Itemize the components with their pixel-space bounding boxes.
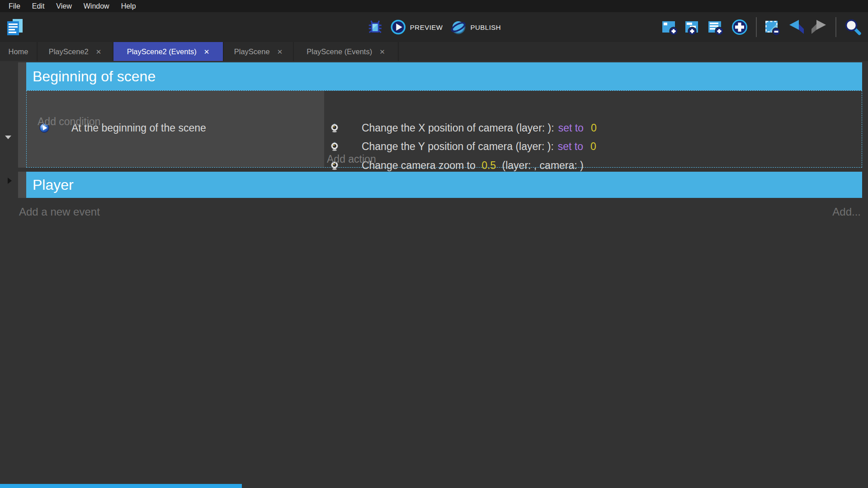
redo-icon bbox=[810, 18, 828, 36]
add-new-event-label: Add a new event bbox=[19, 206, 100, 218]
close-icon[interactable]: ✕ bbox=[379, 48, 385, 55]
search-button[interactable] bbox=[844, 18, 862, 36]
tab-label: Home bbox=[8, 47, 28, 56]
debug-button[interactable] bbox=[367, 19, 383, 35]
search-icon bbox=[844, 18, 862, 36]
tab-playscene2-events[interactable]: PlayScene2 (Events) ✕ bbox=[113, 42, 224, 61]
menu-window[interactable]: Window bbox=[78, 2, 115, 10]
tab-playscene2[interactable]: PlayScene2 ✕ bbox=[38, 42, 113, 61]
event-group-header[interactable]: Player bbox=[26, 172, 862, 198]
collapse-arrow-icon[interactable] bbox=[5, 136, 11, 139]
event-group-title: Player bbox=[33, 177, 74, 193]
project-manager-icon bbox=[5, 18, 24, 37]
menu-bar: File Edit View Window Help bbox=[0, 0, 868, 12]
preview-play-icon bbox=[391, 19, 406, 35]
add-more-label: Add... bbox=[832, 206, 861, 218]
action-text: (layer: , camera: ) bbox=[499, 159, 584, 172]
tab-label: PlayScene (Events) bbox=[307, 47, 372, 56]
selected-event[interactable]: At the beginning of the scene Add condit… bbox=[26, 90, 862, 168]
expand-arrow-icon[interactable] bbox=[8, 178, 12, 184]
undo-button[interactable] bbox=[787, 18, 805, 36]
add-comment-icon bbox=[708, 18, 726, 36]
event-gutter bbox=[18, 172, 26, 198]
close-icon[interactable]: ✕ bbox=[204, 48, 210, 55]
event-group-title: Beginning of scene bbox=[33, 68, 156, 85]
tab-playscene-events[interactable]: PlayScene (Events) ✕ bbox=[294, 42, 399, 61]
add-new-event-button[interactable]: Add a new event bbox=[19, 206, 100, 218]
close-icon[interactable]: ✕ bbox=[277, 48, 283, 55]
add-event-button[interactable] bbox=[661, 18, 679, 36]
debug-bug-icon bbox=[367, 19, 383, 35]
action-value: 0.5 bbox=[481, 159, 496, 172]
menu-help[interactable]: Help bbox=[115, 2, 142, 10]
menu-edit[interactable]: Edit bbox=[26, 2, 51, 10]
action-value: 0 bbox=[590, 140, 596, 153]
add-subevent-icon bbox=[684, 18, 703, 36]
gdevelop-window: File Edit View Window Help bbox=[0, 0, 868, 488]
event-group-header[interactable]: Beginning of scene bbox=[26, 62, 862, 90]
add-condition-label: Add condition bbox=[38, 115, 100, 128]
toolbar-center-group: PREVIEW PUBLISH bbox=[367, 12, 501, 42]
tab-playscene[interactable]: PlayScene ✕ bbox=[224, 42, 294, 61]
add-circle-icon bbox=[731, 18, 749, 36]
add-comment-button[interactable] bbox=[708, 18, 726, 36]
delete-selection-button[interactable] bbox=[764, 18, 782, 36]
tab-label: PlayScene2 (Events) bbox=[127, 47, 197, 56]
project-manager-button[interactable] bbox=[5, 18, 24, 37]
menu-file[interactable]: File bbox=[3, 2, 26, 10]
publish-label: PUBLISH bbox=[470, 23, 501, 31]
redo-button[interactable] bbox=[810, 18, 828, 36]
main-toolbar: PREVIEW PUBLISH bbox=[0, 12, 868, 42]
preview-button[interactable]: PREVIEW bbox=[391, 19, 443, 35]
publish-sphere-icon bbox=[450, 19, 466, 35]
publish-button[interactable]: PUBLISH bbox=[450, 19, 501, 35]
delete-selection-icon bbox=[764, 18, 782, 36]
toolbar-separator bbox=[835, 17, 836, 37]
event-gutter bbox=[18, 62, 26, 168]
tab-label: PlayScene bbox=[234, 47, 270, 56]
add-new-button[interactable] bbox=[731, 18, 749, 36]
add-action-button[interactable]: Add action bbox=[327, 153, 376, 166]
menu-view[interactable]: View bbox=[50, 2, 77, 10]
action-text: Change camera zoom to bbox=[362, 159, 478, 172]
events-sheet: Beginning of scene bbox=[0, 61, 868, 488]
horizontal-scrollbar-thumb[interactable] bbox=[0, 484, 242, 488]
undo-icon bbox=[787, 18, 805, 36]
close-icon[interactable]: ✕ bbox=[96, 48, 102, 55]
tab-bar: Home PlayScene2 ✕ PlayScene2 (Events) ✕ … bbox=[0, 42, 868, 61]
add-action-label: Add action bbox=[327, 153, 376, 166]
add-event-icon bbox=[661, 18, 679, 36]
add-subevent-button[interactable] bbox=[684, 18, 703, 36]
tab-label: PlayScene2 bbox=[49, 47, 89, 56]
add-condition-button[interactable]: Add condition bbox=[38, 115, 100, 128]
toolbar-separator bbox=[756, 17, 757, 37]
toolbar-right-group bbox=[661, 12, 862, 42]
add-more-button[interactable]: Add... bbox=[832, 206, 861, 218]
tab-home[interactable]: Home bbox=[0, 42, 38, 61]
preview-label: PREVIEW bbox=[410, 23, 443, 31]
